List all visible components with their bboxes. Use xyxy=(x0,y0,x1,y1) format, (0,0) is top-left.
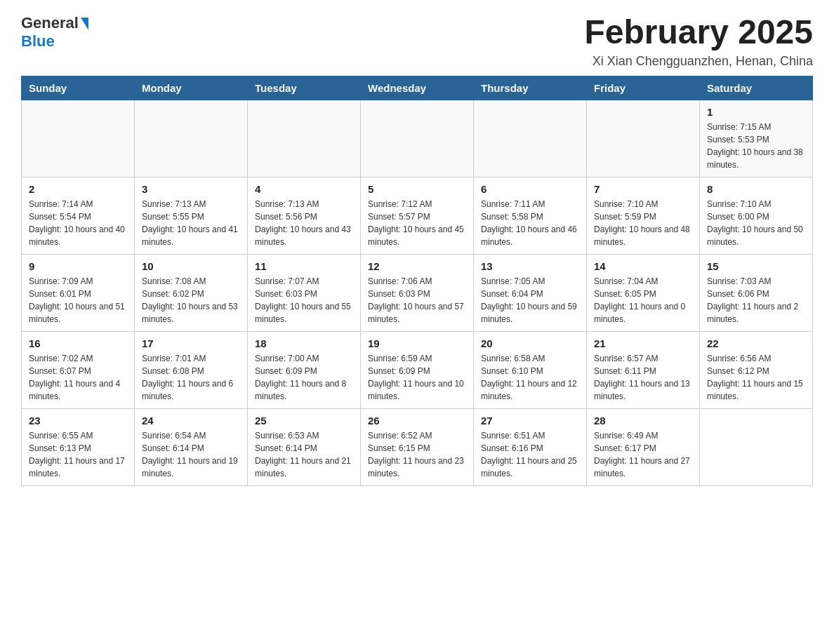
logo-arrow-icon xyxy=(81,18,88,30)
calendar-day-cell: 4Sunrise: 7:13 AM Sunset: 5:56 PM Daylig… xyxy=(248,177,361,254)
day-info: Sunrise: 6:54 AM Sunset: 6:14 PM Dayligh… xyxy=(142,429,240,480)
day-number: 20 xyxy=(481,337,579,349)
calendar-day-cell xyxy=(135,100,248,177)
calendar-week-row: 1Sunrise: 7:15 AM Sunset: 5:53 PM Daylig… xyxy=(22,100,813,177)
calendar-day-cell: 16Sunrise: 7:02 AM Sunset: 6:07 PM Dayli… xyxy=(22,331,135,408)
calendar-day-cell: 26Sunrise: 6:52 AM Sunset: 6:15 PM Dayli… xyxy=(361,408,474,485)
calendar-day-cell: 19Sunrise: 6:59 AM Sunset: 6:09 PM Dayli… xyxy=(361,331,474,408)
location-title: Xi Xian Chengguanzhen, Henan, China xyxy=(584,54,813,69)
day-info: Sunrise: 6:59 AM Sunset: 6:09 PM Dayligh… xyxy=(368,352,466,403)
day-number: 13 xyxy=(481,260,579,272)
calendar-day-cell: 18Sunrise: 7:00 AM Sunset: 6:09 PM Dayli… xyxy=(248,331,361,408)
day-number: 4 xyxy=(255,183,353,195)
calendar-day-cell: 14Sunrise: 7:04 AM Sunset: 6:05 PM Dayli… xyxy=(587,254,700,331)
calendar-day-cell xyxy=(587,100,700,177)
calendar-day-cell: 9Sunrise: 7:09 AM Sunset: 6:01 PM Daylig… xyxy=(22,254,135,331)
day-info: Sunrise: 7:04 AM Sunset: 6:05 PM Dayligh… xyxy=(594,275,692,326)
day-info: Sunrise: 7:14 AM Sunset: 5:54 PM Dayligh… xyxy=(29,198,127,248)
day-of-week-header: Monday xyxy=(135,76,248,100)
day-number: 23 xyxy=(29,415,127,427)
day-number: 6 xyxy=(481,183,579,195)
day-number: 26 xyxy=(368,415,466,427)
day-number: 24 xyxy=(142,415,240,427)
day-number: 8 xyxy=(707,183,805,195)
day-info: Sunrise: 7:11 AM Sunset: 5:58 PM Dayligh… xyxy=(481,198,579,248)
calendar-day-cell: 28Sunrise: 6:49 AM Sunset: 6:17 PM Dayli… xyxy=(587,408,700,485)
day-number: 15 xyxy=(707,260,805,272)
calendar-day-cell: 1Sunrise: 7:15 AM Sunset: 5:53 PM Daylig… xyxy=(700,100,813,177)
calendar-day-cell: 22Sunrise: 6:56 AM Sunset: 6:12 PM Dayli… xyxy=(700,331,813,408)
day-of-week-header: Wednesday xyxy=(361,76,474,100)
day-number: 12 xyxy=(368,260,466,272)
calendar-day-cell: 17Sunrise: 7:01 AM Sunset: 6:08 PM Dayli… xyxy=(135,331,248,408)
day-number: 27 xyxy=(481,415,579,427)
day-number: 2 xyxy=(29,183,127,195)
day-number: 11 xyxy=(255,260,353,272)
day-of-week-header: Thursday xyxy=(474,76,587,100)
day-info: Sunrise: 7:03 AM Sunset: 6:06 PM Dayligh… xyxy=(707,275,805,326)
calendar-day-cell: 7Sunrise: 7:10 AM Sunset: 5:59 PM Daylig… xyxy=(587,177,700,254)
calendar-day-cell: 5Sunrise: 7:12 AM Sunset: 5:57 PM Daylig… xyxy=(361,177,474,254)
calendar-week-row: 2Sunrise: 7:14 AM Sunset: 5:54 PM Daylig… xyxy=(22,177,813,254)
day-number: 25 xyxy=(255,415,353,427)
day-info: Sunrise: 7:02 AM Sunset: 6:07 PM Dayligh… xyxy=(29,352,127,403)
day-info: Sunrise: 6:57 AM Sunset: 6:11 PM Dayligh… xyxy=(594,352,692,403)
day-info: Sunrise: 7:10 AM Sunset: 5:59 PM Dayligh… xyxy=(594,198,692,248)
day-of-week-header: Sunday xyxy=(22,76,135,100)
day-number: 14 xyxy=(594,260,692,272)
calendar-header-row: SundayMondayTuesdayWednesdayThursdayFrid… xyxy=(22,76,813,100)
calendar-day-cell xyxy=(700,408,813,485)
day-number: 28 xyxy=(594,415,692,427)
day-info: Sunrise: 6:49 AM Sunset: 6:17 PM Dayligh… xyxy=(594,429,692,480)
calendar-day-cell xyxy=(361,100,474,177)
day-info: Sunrise: 6:51 AM Sunset: 6:16 PM Dayligh… xyxy=(481,429,579,480)
day-info: Sunrise: 7:15 AM Sunset: 5:53 PM Dayligh… xyxy=(707,121,805,171)
page-header: General Blue February 2025 Xi Xian Cheng… xyxy=(21,14,813,69)
calendar-day-cell: 23Sunrise: 6:55 AM Sunset: 6:13 PM Dayli… xyxy=(22,408,135,485)
calendar-day-cell: 25Sunrise: 6:53 AM Sunset: 6:14 PM Dayli… xyxy=(248,408,361,485)
calendar-day-cell: 2Sunrise: 7:14 AM Sunset: 5:54 PM Daylig… xyxy=(22,177,135,254)
day-number: 22 xyxy=(707,337,805,349)
day-info: Sunrise: 6:55 AM Sunset: 6:13 PM Dayligh… xyxy=(29,429,127,480)
day-info: Sunrise: 7:00 AM Sunset: 6:09 PM Dayligh… xyxy=(255,352,353,403)
calendar-day-cell: 15Sunrise: 7:03 AM Sunset: 6:06 PM Dayli… xyxy=(700,254,813,331)
day-of-week-header: Saturday xyxy=(700,76,813,100)
day-info: Sunrise: 6:58 AM Sunset: 6:10 PM Dayligh… xyxy=(481,352,579,403)
day-info: Sunrise: 7:10 AM Sunset: 6:00 PM Dayligh… xyxy=(707,198,805,248)
day-info: Sunrise: 7:09 AM Sunset: 6:01 PM Dayligh… xyxy=(29,275,127,326)
day-info: Sunrise: 7:06 AM Sunset: 6:03 PM Dayligh… xyxy=(368,275,466,326)
day-info: Sunrise: 7:01 AM Sunset: 6:08 PM Dayligh… xyxy=(142,352,240,403)
day-of-week-header: Tuesday xyxy=(248,76,361,100)
calendar-day-cell: 11Sunrise: 7:07 AM Sunset: 6:03 PM Dayli… xyxy=(248,254,361,331)
calendar-day-cell xyxy=(248,100,361,177)
month-title: February 2025 xyxy=(584,14,813,51)
day-info: Sunrise: 7:07 AM Sunset: 6:03 PM Dayligh… xyxy=(255,275,353,326)
logo-blue-text: Blue xyxy=(21,32,55,51)
title-block: February 2025 Xi Xian Chengguanzhen, Hen… xyxy=(584,14,813,69)
day-number: 16 xyxy=(29,337,127,349)
calendar-table: SundayMondayTuesdayWednesdayThursdayFrid… xyxy=(21,76,813,486)
day-number: 5 xyxy=(368,183,466,195)
calendar-day-cell xyxy=(22,100,135,177)
day-number: 21 xyxy=(594,337,692,349)
day-info: Sunrise: 7:13 AM Sunset: 5:56 PM Dayligh… xyxy=(255,198,353,248)
logo-general-text: General xyxy=(21,14,79,32)
day-info: Sunrise: 7:08 AM Sunset: 6:02 PM Dayligh… xyxy=(142,275,240,326)
calendar-week-row: 16Sunrise: 7:02 AM Sunset: 6:07 PM Dayli… xyxy=(22,331,813,408)
calendar-day-cell: 27Sunrise: 6:51 AM Sunset: 6:16 PM Dayli… xyxy=(474,408,587,485)
day-number: 17 xyxy=(142,337,240,349)
day-number: 1 xyxy=(707,106,805,118)
calendar-day-cell: 21Sunrise: 6:57 AM Sunset: 6:11 PM Dayli… xyxy=(587,331,700,408)
day-info: Sunrise: 6:52 AM Sunset: 6:15 PM Dayligh… xyxy=(368,429,466,480)
day-info: Sunrise: 7:05 AM Sunset: 6:04 PM Dayligh… xyxy=(481,275,579,326)
calendar-week-row: 9Sunrise: 7:09 AM Sunset: 6:01 PM Daylig… xyxy=(22,254,813,331)
calendar-day-cell: 12Sunrise: 7:06 AM Sunset: 6:03 PM Dayli… xyxy=(361,254,474,331)
calendar-day-cell: 8Sunrise: 7:10 AM Sunset: 6:00 PM Daylig… xyxy=(700,177,813,254)
day-number: 3 xyxy=(142,183,240,195)
logo: General Blue xyxy=(21,14,88,51)
day-number: 9 xyxy=(29,260,127,272)
day-number: 7 xyxy=(594,183,692,195)
calendar-day-cell: 3Sunrise: 7:13 AM Sunset: 5:55 PM Daylig… xyxy=(135,177,248,254)
calendar-day-cell: 13Sunrise: 7:05 AM Sunset: 6:04 PM Dayli… xyxy=(474,254,587,331)
day-of-week-header: Friday xyxy=(587,76,700,100)
